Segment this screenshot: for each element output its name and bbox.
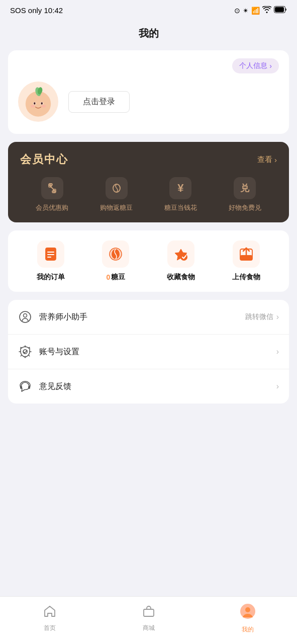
nav-shop[interactable]: 商城 bbox=[99, 604, 198, 632]
profile-section: 个人信息 › bbox=[8, 50, 289, 134]
feature-redeem-label: 好物免费兑 bbox=[229, 203, 261, 212]
settings-icon bbox=[18, 345, 32, 359]
quick-actions-grid: 我的订单 0糖豆 bbox=[18, 240, 279, 282]
favorites-icon-wrap bbox=[167, 240, 194, 268]
home-icon bbox=[43, 604, 57, 622]
login-button[interactable]: 点击登录 bbox=[68, 91, 130, 113]
upload-label: 上传食物 bbox=[232, 273, 260, 282]
svg-point-23 bbox=[180, 254, 187, 261]
settings-label: 账号与设置 bbox=[39, 347, 276, 357]
chevron-right-icon: › bbox=[276, 382, 279, 391]
shop-label: 商城 bbox=[143, 624, 155, 632]
svg-rect-30 bbox=[28, 386, 30, 389]
nfc-icon: ⊙ bbox=[234, 7, 240, 15]
orders-label: 我的订单 bbox=[37, 273, 65, 282]
nutritionist-label: 营养师小助手 bbox=[39, 312, 245, 323]
action-favorites[interactable]: 收藏食物 bbox=[167, 240, 195, 282]
wechat-label: 跳转微信 bbox=[245, 312, 273, 321]
nav-home[interactable]: 首页 bbox=[0, 604, 99, 632]
svg-point-27 bbox=[24, 314, 27, 317]
page-title: 我的 bbox=[0, 19, 297, 50]
menu-list: 营养师小助手 跳转微信 › 账号与设置 › bbox=[8, 300, 289, 404]
bluetooth-icon: ✴ bbox=[243, 7, 249, 15]
upload-icon-wrap bbox=[233, 240, 260, 268]
status-bar: SOS only 10:42 ⊙ ✴ 📶 bbox=[0, 0, 297, 19]
svg-point-7 bbox=[34, 102, 36, 105]
redeem-icon: 兑 bbox=[234, 177, 256, 199]
signal-icon: 📶 bbox=[251, 7, 260, 15]
feature-redeem[interactable]: 兑 好物免费兑 bbox=[229, 177, 261, 212]
orders-icon-wrap bbox=[37, 240, 64, 268]
bottom-nav: 首页 商城 我的 bbox=[0, 596, 297, 644]
svg-point-8 bbox=[41, 102, 43, 105]
menu-item-feedback[interactable]: 意见反馈 › bbox=[8, 369, 289, 404]
feature-discount[interactable]: 会员优惠购 bbox=[36, 177, 68, 212]
personal-info-label: 个人信息 bbox=[239, 61, 267, 70]
beans-label: 0糖豆 bbox=[106, 273, 125, 282]
svg-point-33 bbox=[245, 607, 250, 612]
wifi-icon bbox=[262, 6, 271, 15]
profile-row: 点击登录 bbox=[18, 82, 279, 122]
nutritionist-icon bbox=[18, 310, 32, 324]
member-features: 会员优惠购 购物返糖豆 ¥ 糖豆当钱花 兑 好物免费兑 bbox=[20, 177, 277, 212]
chevron-right-icon: › bbox=[269, 62, 272, 70]
action-upload[interactable]: 上传食物 bbox=[232, 240, 260, 282]
feature-money-label: 糖豆当钱花 bbox=[164, 203, 197, 212]
personal-info-row: 个人信息 › bbox=[18, 58, 279, 73]
avatar-image bbox=[20, 84, 56, 120]
battery-icon bbox=[274, 6, 287, 15]
member-title: 会员中心 bbox=[20, 152, 68, 167]
svg-rect-24 bbox=[240, 255, 252, 260]
feature-beans-label: 购物返糖豆 bbox=[100, 203, 133, 212]
settings-right: › bbox=[276, 347, 279, 356]
member-card: 会员中心 查看 › 会员优惠购 购物返糖豆 bbox=[8, 142, 289, 222]
feature-discount-label: 会员优惠购 bbox=[36, 203, 68, 212]
shop-icon bbox=[142, 604, 156, 622]
chevron-right-icon: › bbox=[276, 347, 279, 356]
beans-icon-wrap bbox=[102, 240, 129, 268]
action-orders[interactable]: 我的订单 bbox=[37, 240, 65, 282]
feature-money[interactable]: ¥ 糖豆当钱花 bbox=[164, 177, 197, 212]
status-time: SOS only 10:42 bbox=[10, 6, 63, 15]
svg-point-10 bbox=[41, 105, 46, 107]
mine-icon bbox=[239, 603, 256, 623]
svg-point-9 bbox=[31, 105, 35, 107]
chevron-right-icon: › bbox=[274, 155, 277, 164]
favorites-label: 收藏食物 bbox=[167, 273, 195, 282]
svg-rect-29 bbox=[20, 386, 22, 389]
member-view-button[interactable]: 查看 › bbox=[257, 155, 277, 165]
discount-icon bbox=[41, 177, 63, 199]
svg-rect-31 bbox=[144, 609, 154, 616]
member-header: 会员中心 查看 › bbox=[20, 152, 277, 167]
feedback-label: 意见反馈 bbox=[39, 381, 276, 392]
menu-item-settings[interactable]: 账号与设置 › bbox=[8, 335, 289, 369]
feedback-icon bbox=[18, 379, 32, 393]
money-icon: ¥ bbox=[169, 177, 191, 199]
menu-item-nutritionist[interactable]: 营养师小助手 跳转微信 › bbox=[8, 300, 289, 335]
beans-icon bbox=[106, 177, 128, 199]
mine-label: 我的 bbox=[242, 625, 254, 634]
svg-rect-1 bbox=[275, 7, 284, 12]
home-label: 首页 bbox=[44, 624, 56, 632]
chevron-right-icon: › bbox=[276, 312, 279, 321]
feature-beans[interactable]: 购物返糖豆 bbox=[100, 177, 133, 212]
personal-info-button[interactable]: 个人信息 › bbox=[232, 58, 279, 73]
action-beans[interactable]: 0糖豆 bbox=[102, 240, 129, 282]
quick-actions: 我的订单 0糖豆 bbox=[8, 230, 289, 292]
avatar bbox=[18, 82, 58, 122]
nav-mine[interactable]: 我的 bbox=[198, 603, 297, 634]
nutritionist-right: 跳转微信 › bbox=[245, 312, 279, 321]
feedback-right: › bbox=[276, 382, 279, 391]
status-icons: ⊙ ✴ 📶 bbox=[234, 6, 287, 15]
